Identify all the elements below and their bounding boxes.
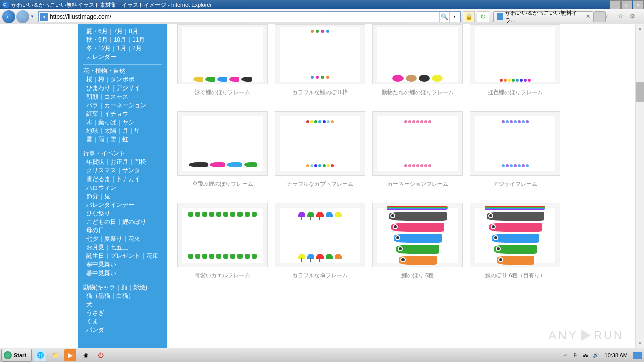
back-button[interactable]: ← xyxy=(2,10,15,23)
animal-link[interactable]: くま xyxy=(86,318,98,325)
event-link[interactable]: 年賀状｜お正月｜門松 xyxy=(86,158,146,165)
tab-close-icon[interactable]: ✕ xyxy=(586,13,590,20)
event-link[interactable]: 七夕｜夏祭り｜花火 xyxy=(86,235,140,242)
tray-expand-icon[interactable]: « xyxy=(561,351,570,359)
refresh-button[interactable]: ↻ xyxy=(477,11,489,22)
nature-link[interactable]: ひまわり｜アジサイ xyxy=(86,84,140,92)
tray-flag-icon[interactable]: ⚐ xyxy=(572,351,580,359)
search-icon[interactable]: 🔍 xyxy=(439,12,449,22)
category-menu: 夏・6月｜7月｜8月 秋・9月｜10月｜11月 冬・12月｜1月｜2月 カレンダ… xyxy=(78,24,167,348)
link-calendar[interactable]: カレンダー xyxy=(86,53,116,60)
nature-link[interactable]: 雲｜雨｜雪｜虹 xyxy=(86,136,128,143)
thumbnail xyxy=(177,111,268,176)
illustration-card[interactable]: 鯉のぼり 6種 xyxy=(372,203,463,287)
caption: カラフルな鯉のぼり枠 xyxy=(275,84,365,104)
event-link[interactable]: 寒中見舞い xyxy=(86,261,116,268)
animal-link[interactable]: 猫（黒猫｜白猫） xyxy=(86,292,134,299)
illustration-card[interactable]: カラフルなカブトフレーム xyxy=(275,111,365,196)
illustration-card[interactable]: カーネーションフレーム xyxy=(372,111,463,196)
sidebar-seasons: 夏・6月｜7月｜8月 秋・9月｜10月｜11月 冬・12月｜1月｜2月 カレンダ… xyxy=(86,27,162,61)
window-title: かわいい＆かっこいい無料イラスト素材集｜イラストイメージ - Internet … xyxy=(11,1,609,9)
tray-network-icon[interactable]: 🖧 xyxy=(582,351,590,359)
event-link[interactable]: 誕生日｜プレゼント｜花束 xyxy=(86,252,158,259)
search-dropdown-icon[interactable]: ▼ xyxy=(449,12,459,22)
event-link[interactable]: ひな祭り xyxy=(86,210,110,217)
illustration-card[interactable]: カラフルな傘フレーム xyxy=(275,203,365,287)
vertical-scrollbar[interactable]: ▲ ▼ xyxy=(635,24,644,348)
event-link[interactable]: ハロウィン xyxy=(86,184,116,191)
tray-volume-icon[interactable]: 🔊 xyxy=(592,351,600,359)
caption: 虹色鯉のぼりフレーム xyxy=(470,84,560,104)
taskbar-explorer-icon[interactable]: 📁 xyxy=(49,349,61,361)
clock[interactable]: 10:38 AM xyxy=(602,352,631,358)
caption: カーネーションフレーム xyxy=(372,176,463,196)
event-link[interactable]: 暑中見舞い xyxy=(86,269,116,277)
tray-desktop-icon[interactable] xyxy=(633,352,642,359)
url-text: https://illustimage.com/ xyxy=(50,13,439,20)
event-link[interactable]: バレンタインデー xyxy=(86,201,134,208)
illustration-card[interactable]: 空飛ぶ鯉のぼりフレーム xyxy=(177,111,268,196)
site-icon: ii xyxy=(40,13,48,21)
nature-link[interactable]: 紅葉｜イチョウ xyxy=(86,110,128,117)
animal-link[interactable]: 犬 xyxy=(86,301,92,308)
play-icon xyxy=(581,329,591,341)
browser-toolbar: ← → ▼ ii https://illustimage.com/ 🔍 ▼ 🔒 … xyxy=(0,9,644,24)
thumbnail xyxy=(177,203,268,267)
taskbar-ie-icon[interactable]: 🌐 xyxy=(34,349,46,361)
minimize-button[interactable]: _ xyxy=(610,0,621,9)
event-link[interactable]: 雪だるま｜トナカイ xyxy=(86,175,140,183)
toolbar-icons: ⌂ ☆ ⚙ xyxy=(606,13,642,21)
taskbar-app-icon[interactable]: ⏻ xyxy=(95,349,107,361)
animal-link[interactable]: うさぎ xyxy=(86,309,104,316)
thumbnail xyxy=(372,203,463,267)
link-winter[interactable]: 冬・12月｜1月｜2月 xyxy=(86,45,142,52)
scroll-down-button[interactable]: ▼ xyxy=(636,339,644,348)
forward-button[interactable]: → xyxy=(16,10,29,23)
taskbar-chrome-icon[interactable]: ◉ xyxy=(79,349,92,361)
link-summer[interactable]: 夏・6月｜7月｜8月 xyxy=(86,28,138,35)
event-link[interactable]: こどもの日｜鯉のぼり xyxy=(86,218,146,225)
security-lock-button[interactable]: 🔒 xyxy=(463,11,475,22)
maximize-button[interactable]: ❐ xyxy=(621,0,632,9)
start-button[interactable]: Start xyxy=(1,349,32,362)
illustration-card[interactable]: 可愛いカエルフレーム xyxy=(177,203,268,287)
scroll-thumb[interactable] xyxy=(636,82,644,102)
thumbnail xyxy=(275,203,365,267)
illustration-card[interactable]: 虹色鯉のぼりフレーム xyxy=(470,24,560,104)
illustration-card[interactable]: 動物たちの鯉のぼりフレーム xyxy=(372,24,463,104)
window-titlebar: かわいい＆かっこいい無料イラスト素材集｜イラストイメージ - Internet … xyxy=(0,0,644,9)
home-icon[interactable]: ⌂ xyxy=(606,13,614,21)
tools-icon[interactable]: ⚙ xyxy=(630,13,638,21)
close-button[interactable]: ✕ xyxy=(633,0,644,9)
address-bar[interactable]: ii https://illustimage.com/ 🔍 ▼ xyxy=(38,11,461,22)
scroll-up-button[interactable]: ▲ xyxy=(636,24,644,33)
favorites-icon[interactable]: ☆ xyxy=(618,13,626,21)
thumbnail xyxy=(275,111,365,176)
event-link[interactable]: クリスマス｜サンタ xyxy=(86,167,140,174)
nature-link[interactable]: 朝顔｜コスモス xyxy=(86,93,128,100)
new-tab-button[interactable] xyxy=(594,11,606,22)
link-autumn[interactable]: 秋・9月｜10月｜11月 xyxy=(86,36,145,43)
nature-link[interactable]: 木｜葉っぱ｜ヤシ xyxy=(86,119,134,126)
illustration-card[interactable]: 泳ぐ鯉のぼりフレーム xyxy=(177,24,268,104)
thumbnail xyxy=(470,111,560,176)
event-link[interactable]: お月見｜七五三 xyxy=(86,244,128,251)
illustration-card[interactable]: 鯉のぼり 6種（目有り） xyxy=(470,203,560,287)
thumbnail xyxy=(372,24,463,84)
event-link[interactable]: 母の日 xyxy=(86,227,104,234)
taskbar-media-icon[interactable]: ▶ xyxy=(64,349,76,361)
event-link[interactable]: 節分｜鬼 xyxy=(86,193,110,200)
nav-history-dropdown[interactable]: ▼ xyxy=(30,14,36,19)
animal-link[interactable]: パンダ xyxy=(86,326,104,333)
nature-link[interactable]: 桜｜梅｜タンポポ xyxy=(86,76,134,83)
nature-link[interactable]: 地球｜太陽｜月｜星 xyxy=(86,127,140,134)
system-tray: « ⚐ 🖧 🔊 10:38 AM xyxy=(561,351,644,359)
caption: 鯉のぼり 6種 xyxy=(372,267,463,287)
illustration-card[interactable]: アジサイフレーム xyxy=(470,111,560,196)
nature-link[interactable]: バラ｜カーネーション xyxy=(86,102,146,109)
page-content: 夏・6月｜7月｜8月 秋・9月｜10月｜11月 冬・12月｜1月｜2月 カレンダ… xyxy=(0,24,644,348)
browser-tab[interactable]: かわいい＆かっこいい無料イラ... ✕ xyxy=(493,11,594,22)
caption: 鯉のぼり 6種（目有り） xyxy=(470,267,560,287)
illustration-card[interactable]: カラフルな鯉のぼり枠 xyxy=(275,24,365,104)
taskbar: Start 🌐 📁 ▶ ◉ ⏻ « ⚐ 🖧 🔊 10:38 AM xyxy=(0,348,644,362)
